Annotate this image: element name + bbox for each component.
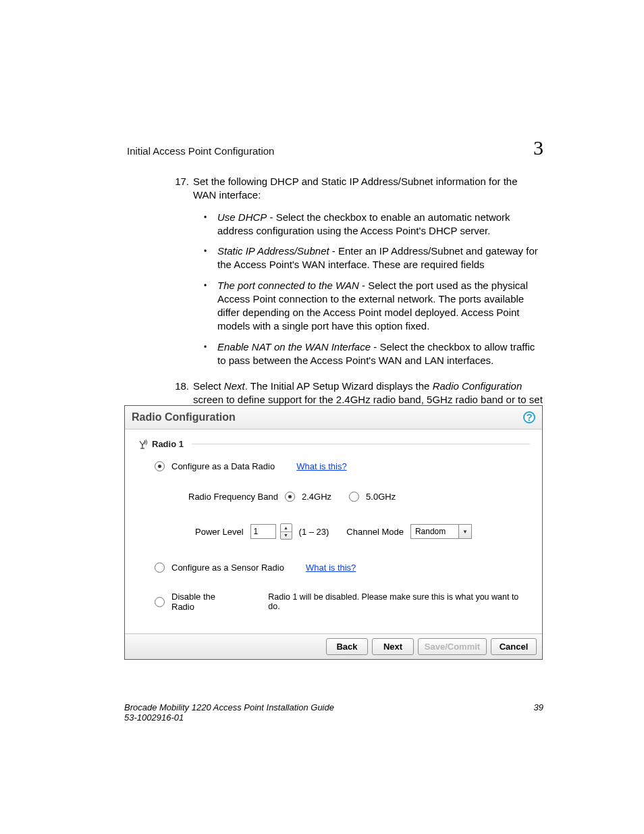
bullet-icon: •	[193, 279, 217, 334]
bullet-icon: •	[193, 211, 217, 238]
channel-mode-label: Channel Mode	[346, 527, 404, 537]
bullet-static-ip-em: Static IP Address/Subnet	[217, 245, 329, 257]
back-button[interactable]: Back	[326, 638, 368, 655]
freq-50-option[interactable]	[349, 492, 359, 502]
help-icon[interactable]: ?	[523, 411, 535, 423]
freq-24-option[interactable]	[285, 492, 295, 502]
radio-disable-label: Disable the Radio	[171, 592, 240, 612]
bullet-use-dhcp: Use DHCP - Select the checkbox to enable…	[217, 211, 543, 238]
power-level-stepper[interactable]: ▲ ▼	[280, 523, 292, 540]
radio-data-option[interactable]	[155, 461, 165, 471]
bullet-use-dhcp-em: Use DHCP	[217, 211, 267, 223]
power-range-label: (1 – 23)	[299, 527, 329, 537]
step18-em1: Next	[224, 380, 245, 392]
step18-pre: Select	[193, 380, 224, 392]
disable-note: Radio 1 will be disabled. Please make su…	[268, 592, 530, 611]
what-is-this-data-link[interactable]: What is this?	[296, 461, 346, 471]
what-is-this-sensor-link[interactable]: What is this?	[306, 563, 356, 573]
bullet-enable-nat-em: Enable NAT on the WAN Interface	[217, 341, 371, 353]
channel-mode-value: Random	[410, 524, 459, 539]
power-level-label: Power Level	[195, 527, 244, 537]
step18-em2: Radio Configuration	[433, 380, 522, 392]
step17-intro: Set the following DHCP and Static IP Add…	[193, 176, 518, 201]
spinner-down-icon[interactable]: ▼	[281, 532, 292, 540]
spinner-up-icon[interactable]: ▲	[281, 524, 292, 532]
step-number-17: 17.	[127, 175, 193, 374]
footer-page-number: 39	[534, 702, 543, 723]
radio-disable-option[interactable]	[155, 597, 165, 607]
freq-band-label: Radio Frequency Band	[188, 492, 278, 502]
bullet-port-wan: The port connected to the WAN - Select t…	[217, 279, 543, 334]
bullet-static-ip: Static IP Address/Subnet - Enter an IP A…	[217, 244, 543, 272]
cancel-button[interactable]: Cancel	[491, 638, 537, 655]
bullet-icon: •	[193, 244, 217, 272]
chapter-number: 3	[533, 136, 543, 159]
channel-mode-select[interactable]: Random ▼	[410, 524, 472, 539]
footer-left: Brocade Mobility 1220 Access Point Insta…	[124, 702, 334, 723]
radio-sensor-option[interactable]	[155, 563, 165, 573]
bullet-enable-nat: Enable NAT on the WAN Interface - Select…	[217, 340, 543, 368]
section-title: Initial Access Point Configuration	[127, 145, 274, 157]
power-level-input[interactable]	[250, 524, 276, 539]
freq-24-label: 2.4GHz	[302, 492, 331, 502]
panel-title: Radio Configuration	[132, 411, 236, 423]
footer-doc-number: 53-1002916-01	[124, 712, 334, 723]
footer-doc-title: Brocade Mobility 1220 Access Point Insta…	[124, 702, 334, 712]
freq-50-label: 5.0GHz	[366, 492, 396, 502]
antenna-icon	[137, 440, 148, 449]
bullet-port-wan-em: The port connected to the WAN	[217, 280, 359, 291]
radio-config-panel: Radio Configuration ? Radio 1	[124, 405, 543, 660]
chevron-down-icon[interactable]: ▼	[459, 524, 472, 539]
radio-data-label: Configure as a Data Radio	[171, 461, 275, 471]
bullet-icon: •	[193, 340, 217, 368]
next-button[interactable]: Next	[372, 638, 414, 655]
step18-mid: . The Initial AP Setup Wizard displays t…	[245, 380, 433, 392]
divider	[192, 444, 530, 445]
save-commit-button[interactable]: Save/Commit	[418, 638, 487, 655]
radio-sensor-label: Configure as a Sensor Radio	[171, 563, 284, 573]
radio1-label: Radio 1	[152, 439, 184, 449]
